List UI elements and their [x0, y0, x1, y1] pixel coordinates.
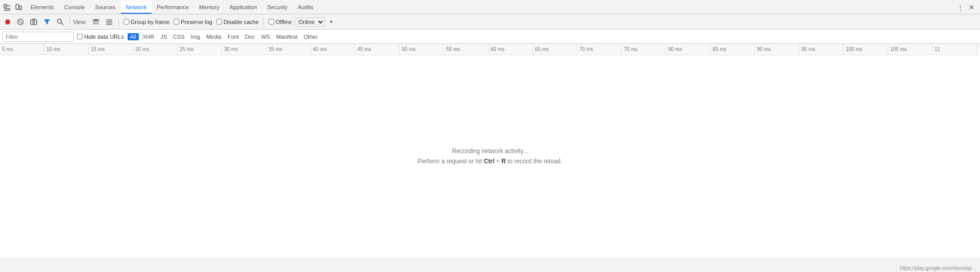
timeline-tick: 60 ms [488, 44, 533, 55]
timeline-tick: 65 ms [533, 44, 577, 55]
filter-ws[interactable]: WS [258, 33, 273, 40]
tab-bar-right: ⋮ ✕ [955, 1, 980, 14]
svg-rect-15 [93, 21, 99, 22]
group-by-frame-checkbox[interactable] [124, 19, 129, 24]
svg-marker-21 [330, 21, 333, 23]
filter-other[interactable]: Other [301, 33, 321, 40]
timeline-tick: 80 ms [666, 44, 710, 55]
filter-font[interactable]: Font [225, 33, 241, 40]
filter-bar: Hide data URLs All XHR JS CSS Img Media … [0, 30, 980, 44]
svg-line-13 [61, 22, 64, 25]
filter-img[interactable]: Img [188, 33, 203, 40]
timeline-tick: 20 ms [133, 44, 178, 55]
timeline-tick: 25 ms [178, 44, 222, 55]
timeline-tick: 11 [933, 44, 977, 55]
more-tabs-icon[interactable]: ⋮ [955, 2, 965, 13]
tab-elements[interactable]: Elements [26, 1, 59, 14]
timeline-tick: 45 ms [355, 44, 400, 55]
svg-rect-0 [4, 5, 7, 7]
preserve-log-label[interactable]: Preserve log [172, 19, 214, 25]
timeline-tick: 30 ms [222, 44, 266, 55]
tab-audits[interactable]: Audits [292, 1, 318, 14]
toolbar-divider-1 [69, 17, 70, 27]
timeline-tick: 55 ms [444, 44, 488, 55]
throttle-dropdown[interactable]: Online [295, 17, 325, 27]
view-label: View: [73, 19, 87, 25]
timeline-tick: 75 ms [622, 44, 666, 55]
timeline-tick: 70 ms [577, 44, 622, 55]
svg-line-9 [19, 20, 22, 23]
filter-js[interactable]: JS [158, 33, 169, 40]
filter-manifest[interactable]: Manifest [274, 33, 300, 40]
toolbar-divider-2 [118, 17, 119, 27]
timeline-tick: 35 ms [266, 44, 311, 55]
search-button[interactable] [54, 17, 66, 27]
timeline-tick: 85 ms [710, 44, 755, 55]
close-devtools-icon[interactable]: ✕ [967, 2, 976, 13]
record-button[interactable] [2, 17, 13, 27]
svg-rect-16 [93, 23, 99, 24]
timeline-tick: 95 ms [799, 44, 844, 55]
tab-network[interactable]: Network [121, 1, 152, 14]
group-by-frame-label[interactable]: Group by frame [122, 19, 171, 25]
status-bar: https://play.google.com/store/ap... [896, 264, 980, 272]
timeline-tick: 10 ms [44, 44, 89, 55]
network-toolbar: View: Group by frame Preserve log Disabl… [0, 14, 980, 30]
tab-application[interactable]: Application [225, 1, 262, 14]
online-select-container: Online [295, 17, 336, 27]
tab-performance[interactable]: Performance [152, 1, 194, 14]
filter-css[interactable]: CSS [170, 33, 187, 40]
timeline-header: 5 ms10 ms15 ms20 ms25 ms30 ms35 ms40 ms4… [0, 44, 980, 55]
offline-checkbox[interactable] [268, 19, 274, 24]
tab-console[interactable]: Console [59, 1, 90, 14]
preserve-log-checkbox[interactable] [174, 19, 179, 24]
hide-data-urls-label[interactable]: Hide data URLs [76, 34, 126, 40]
filter-all[interactable]: All [128, 33, 139, 40]
throttle-profiles-button[interactable] [326, 18, 336, 26]
svg-point-7 [5, 19, 10, 24]
devtools-left-icons [0, 1, 26, 14]
waterfall-button[interactable] [103, 17, 115, 27]
inspect-icon[interactable] [2, 3, 12, 13]
tab-sources[interactable]: Sources [90, 1, 120, 14]
filter-types: All XHR JS CSS Img Media Font Doc WS Man… [128, 33, 321, 40]
offline-label[interactable]: Offline [267, 19, 293, 25]
svg-point-11 [33, 21, 35, 23]
svg-rect-14 [93, 19, 99, 21]
filter-xhr[interactable]: XHR [140, 33, 157, 40]
svg-rect-5 [19, 6, 21, 10]
main-content: Recording network activity... Perform a … [0, 55, 980, 257]
clear-button[interactable] [14, 17, 27, 27]
timeline-tick: 50 ms [400, 44, 444, 55]
hide-data-urls-checkbox[interactable] [77, 34, 83, 39]
timeline-tick: 105 ms [888, 44, 933, 55]
timeline-tick: 100 ms [844, 44, 888, 55]
filter-doc[interactable]: Doc [242, 33, 258, 40]
screenshot-button[interactable] [28, 17, 40, 27]
recording-text: Recording network activity... [452, 147, 528, 155]
timeline-tick: 15 ms [89, 44, 133, 55]
timeline-tick: 90 ms [755, 44, 799, 55]
timeline-tick: 40 ms [311, 44, 355, 55]
timeline-tick: 5 ms [0, 44, 44, 55]
list-view-button[interactable] [90, 17, 102, 27]
hint-text: Perform a request or hit Ctrl + R to rec… [418, 158, 562, 165]
svg-point-12 [58, 19, 62, 23]
filter-button[interactable] [41, 17, 53, 27]
tab-bar: Elements Console Sources Network Perform… [0, 0, 980, 14]
device-toolbar-icon[interactable] [13, 3, 23, 13]
tab-memory[interactable]: Memory [194, 1, 225, 14]
disable-cache-checkbox[interactable] [216, 19, 222, 24]
svg-rect-10 [31, 20, 37, 24]
svg-rect-4 [16, 5, 19, 9]
filter-media[interactable]: Media [204, 33, 224, 40]
disable-cache-label[interactable]: Disable cache [215, 19, 260, 25]
toolbar-divider-3 [263, 17, 264, 27]
filter-input[interactable] [2, 32, 74, 42]
tab-security[interactable]: Security [262, 1, 292, 14]
